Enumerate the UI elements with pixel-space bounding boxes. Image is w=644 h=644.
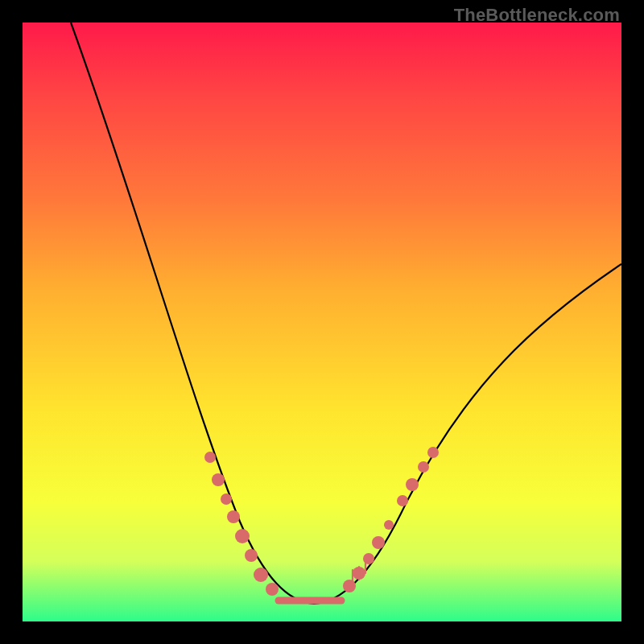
marker-right xyxy=(406,478,419,491)
marker-right xyxy=(384,520,394,530)
marker-right xyxy=(397,495,408,506)
marker-left xyxy=(245,549,258,562)
marker-right xyxy=(427,447,439,458)
marker-right xyxy=(418,461,429,473)
chart-svg xyxy=(23,23,621,621)
marker-right xyxy=(372,536,385,549)
bottleneck-curve xyxy=(71,23,621,604)
marker-left xyxy=(227,510,240,523)
marker-left xyxy=(204,452,216,463)
chart-gradient-area xyxy=(23,23,621,621)
marker-left xyxy=(266,583,279,596)
marker-left xyxy=(212,473,225,486)
marker-left xyxy=(235,529,250,543)
marker-right xyxy=(343,580,356,592)
marker-left xyxy=(221,493,232,505)
watermark-text: TheBottleneck.com xyxy=(454,5,620,26)
marker-left xyxy=(254,568,268,582)
